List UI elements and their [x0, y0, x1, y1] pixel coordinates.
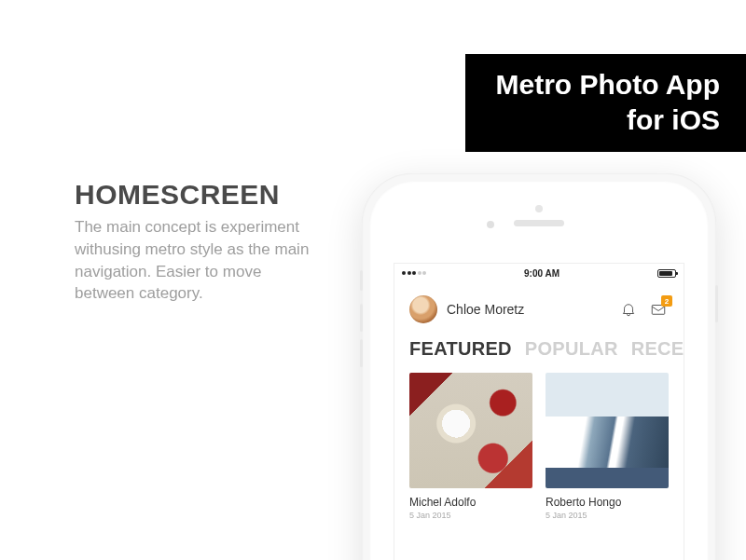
photo-date: 5 Jan 2015: [409, 511, 532, 520]
photo-thumbnail: [546, 373, 669, 488]
photo-grid: Michel Adolfo 5 Jan 2015 Roberto Hongo 5…: [394, 373, 684, 520]
phone-screen: 9:00 AM Chloe Moretz: [394, 263, 684, 560]
inbox-badge: 2: [661, 295, 672, 307]
phone-body: 9:00 AM Chloe Moretz: [369, 181, 709, 560]
avatar[interactable]: [409, 295, 437, 323]
photo-author: Roberto Hongo: [546, 496, 669, 509]
front-camera: [487, 221, 494, 228]
tab-popular[interactable]: POPULAR: [525, 338, 618, 360]
status-bar: 9:00 AM: [394, 264, 684, 282]
volume-down-button: [360, 339, 363, 367]
section-title: HOMESCREEN: [75, 179, 280, 211]
app-header: Chloe Moretz 2: [394, 282, 684, 333]
tab-featured[interactable]: FEATURED: [409, 338, 512, 360]
bell-icon: [620, 301, 637, 318]
banner: Metro Photo App for iOS: [465, 54, 746, 152]
status-bar-left: [402, 271, 426, 275]
photo-card[interactable]: Roberto Hongo 5 Jan 2015: [546, 373, 669, 520]
photo-card[interactable]: Michel Adolfo 5 Jan 2015: [409, 373, 532, 520]
photo-date: 5 Jan 2015: [546, 511, 669, 520]
banner-line-1: Metro Photo App: [495, 67, 720, 102]
notifications-button[interactable]: [618, 299, 639, 320]
photo-author: Michel Adolfo: [409, 496, 532, 509]
signal-icon: [402, 271, 426, 275]
volume-up-button: [360, 304, 363, 332]
photo-thumbnail: [409, 373, 532, 488]
battery-icon: [657, 269, 676, 278]
power-button: [715, 285, 718, 322]
mute-switch: [360, 270, 363, 291]
earpiece-speaker: [514, 220, 564, 226]
category-tabs: FEATURED POPULAR RECENT: [394, 333, 684, 373]
section-description: The main concept is experiment withusing…: [75, 216, 317, 305]
username-label[interactable]: Chloe Moretz: [447, 302, 609, 317]
inbox-button[interactable]: 2: [648, 299, 669, 320]
proximity-sensor: [535, 205, 543, 212]
phone-device: 9:00 AM Chloe Moretz: [362, 173, 716, 560]
status-bar-right: [657, 269, 676, 278]
tab-recent[interactable]: RECENT: [631, 338, 684, 360]
status-bar-time: 9:00 AM: [524, 268, 560, 279]
banner-line-2: for iOS: [495, 102, 720, 138]
